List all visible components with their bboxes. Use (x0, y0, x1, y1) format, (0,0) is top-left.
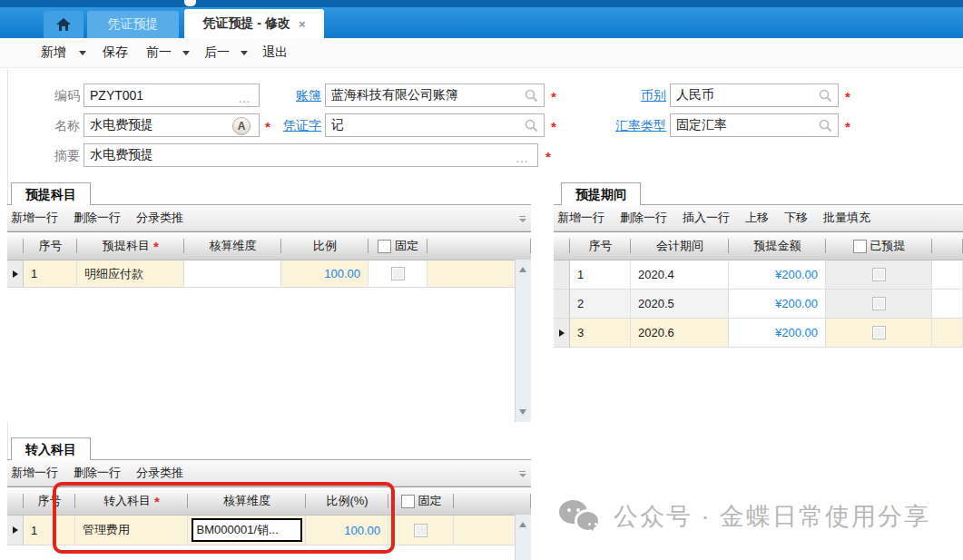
code-ellipsis-icon[interactable]: … (238, 92, 251, 104)
seq-cell[interactable]: 1 (24, 516, 75, 545)
book-input[interactable] (325, 84, 545, 107)
seq-cell[interactable]: 1 (570, 260, 631, 290)
accrued-checkbox[interactable] (872, 268, 886, 281)
table-row[interactable]: 1 管理费用 BM000001/销... 100.00 (7, 516, 531, 545)
table-row[interactable]: 1 明细应付款 100.00 (7, 260, 531, 288)
next-caret-down-icon[interactable] (241, 51, 248, 55)
add-row-button[interactable]: 新增一行 (11, 210, 58, 226)
currency-input[interactable] (670, 84, 839, 107)
book-link[interactable]: 账簿 (292, 88, 321, 104)
period-cell[interactable]: 2020.5 (631, 290, 729, 319)
next-button[interactable]: 后一 (204, 44, 230, 61)
add-row-button[interactable]: 新增一行 (11, 465, 58, 481)
save-button[interactable]: 保存 (103, 44, 128, 61)
current-row-icon (559, 329, 565, 337)
voucher-word-input[interactable] (325, 113, 545, 137)
delete-row-button[interactable]: 删除一行 (620, 210, 667, 226)
vertical-scrollbar[interactable] (515, 260, 531, 422)
accrued-header-checkbox[interactable] (853, 240, 867, 253)
rate-type-search-icon[interactable] (819, 119, 832, 133)
prev-caret-down-icon[interactable] (182, 51, 190, 55)
vertical-scrollbar[interactable] (515, 515, 531, 560)
row-selector-cell[interactable] (554, 290, 570, 319)
transfer-subject-tab[interactable]: 转入科目 (11, 437, 91, 460)
batch-fill-button[interactable]: 批量填充 (823, 210, 870, 226)
spare-cell[interactable] (932, 319, 963, 348)
dimension-cell[interactable]: BM000001/销... (188, 516, 306, 545)
subject-cell[interactable]: 明细应付款 (77, 260, 184, 288)
table-row[interactable]: 1 2020.4 ¥200.00 (554, 260, 963, 290)
rate-type-required-mark: * (845, 119, 850, 134)
scroll-up-icon[interactable] (519, 522, 526, 527)
seq-cell[interactable]: 2 (570, 290, 631, 319)
auto-name-icon[interactable]: A (232, 117, 251, 135)
table-row[interactable]: 2 2020.5 ¥200.00 (554, 290, 963, 319)
tab-voucher-accrual-edit[interactable]: 凭证预提 - 修改 × (184, 9, 324, 38)
fixed-header-checkbox[interactable] (378, 240, 391, 253)
entry-analogy-button[interactable]: 分录类推 (136, 210, 183, 226)
amount-cell[interactable]: ¥200.00 (729, 260, 826, 290)
move-up-button[interactable]: 上移 (745, 210, 769, 226)
ratio-cell[interactable]: 100.00 (306, 516, 388, 545)
summary-input[interactable] (84, 143, 538, 167)
dimension-edit-input[interactable]: BM000001/销... (192, 518, 302, 542)
move-down-button[interactable]: 下移 (784, 210, 808, 226)
amount-cell[interactable]: ¥200.00 (729, 319, 826, 348)
subject-cell[interactable]: 管理费用 (75, 516, 188, 545)
rate-type-input[interactable] (670, 113, 839, 137)
spare-cell[interactable] (932, 290, 963, 319)
toolbar-overflow-icon[interactable] (518, 216, 526, 222)
exit-button[interactable]: 退出 (262, 44, 288, 61)
book-search-icon[interactable] (525, 89, 538, 103)
currency-link[interactable]: 币别 (637, 88, 666, 104)
amount-cell[interactable]: ¥200.00 (729, 290, 826, 319)
row-selector-cell[interactable] (7, 516, 24, 545)
close-icon[interactable]: × (299, 18, 306, 30)
period-cell[interactable]: 2020.6 (631, 319, 729, 348)
row-selector-cell[interactable] (7, 260, 24, 288)
fixed-checkbox[interactable] (391, 267, 405, 280)
scroll-down-icon[interactable] (519, 409, 526, 415)
seq-cell[interactable]: 1 (24, 260, 77, 288)
toolbar-overflow-icon[interactable] (518, 471, 526, 477)
accrued-cell[interactable] (826, 260, 932, 290)
spare-cell[interactable] (932, 260, 963, 290)
seq-cell[interactable]: 3 (570, 319, 631, 348)
accrual-period-tab[interactable]: 预提期间 (561, 182, 641, 205)
row-selector-cell[interactable] (554, 319, 570, 348)
accrual-subject-tab[interactable]: 预提科目 (11, 182, 91, 205)
ratio-cell[interactable]: 100.00 (281, 260, 368, 288)
fixed-cell[interactable] (368, 260, 427, 288)
required-mark: * (153, 239, 159, 254)
currency-search-icon[interactable] (819, 89, 832, 103)
insert-row-button[interactable]: 插入一行 (683, 210, 730, 226)
delete-row-button[interactable]: 删除一行 (74, 210, 121, 226)
row-selector-cell[interactable] (554, 260, 570, 290)
accrued-checkbox[interactable] (872, 326, 886, 339)
voucher-search-icon[interactable] (525, 119, 538, 133)
prev-button[interactable]: 前一 (146, 44, 172, 61)
new-caret-down-icon[interactable] (79, 51, 86, 55)
fixed-checkbox[interactable] (414, 524, 427, 537)
code-input[interactable] (84, 84, 260, 107)
grid-header: 序号 预提科目* 核算维度 比例 固定 (7, 232, 531, 260)
tab-voucher-accrual[interactable]: 凭证预提 (87, 11, 179, 38)
rate-type-link[interactable]: 汇率类型 (612, 118, 666, 134)
dimension-cell[interactable] (184, 260, 281, 288)
delete-row-button[interactable]: 删除一行 (74, 465, 121, 481)
accrued-cell[interactable] (826, 319, 932, 348)
scroll-up-icon[interactable] (519, 267, 526, 272)
summary-ellipsis-icon[interactable]: … (516, 152, 529, 164)
voucher-word-link[interactable]: 凭证字 (280, 118, 321, 134)
entry-analogy-button[interactable]: 分录类推 (136, 465, 183, 481)
table-row[interactable]: 3 2020.6 ¥200.00 (554, 319, 963, 348)
accrued-cell[interactable] (826, 290, 932, 319)
add-row-button[interactable]: 新增一行 (557, 210, 604, 226)
new-button[interactable]: 新增 (41, 44, 66, 61)
period-cell[interactable]: 2020.4 (631, 260, 729, 290)
accrued-checkbox[interactable] (872, 297, 886, 310)
fixed-cell[interactable] (388, 516, 454, 545)
tab-home[interactable] (44, 11, 84, 38)
fixed-header-checkbox[interactable] (401, 495, 415, 508)
required-mark: * (154, 494, 160, 509)
